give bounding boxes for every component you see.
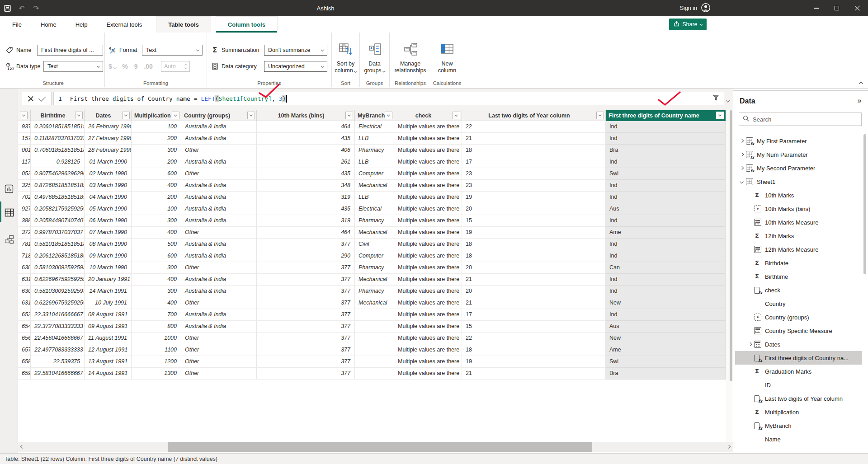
table-cell[interactable]: 12 August 1991 — [85, 344, 132, 356]
table-cell[interactable]: 21 — [462, 274, 606, 286]
table-cell[interactable]: 718 — [18, 250, 31, 262]
field-item-sheet1[interactable]: Sheet1 — [735, 175, 862, 188]
column-header-mybranch[interactable]: MyBranch — [355, 110, 394, 121]
table-cell[interactable] — [355, 344, 394, 356]
table-cell[interactable]: Australia & India — [181, 121, 257, 133]
field-item-my-first-parameter[interactable]: My First Parameter — [735, 134, 862, 148]
column-name-input[interactable]: First three digits of ... — [37, 45, 103, 56]
column-header-row-id[interactable] — [18, 110, 31, 121]
table-cell[interactable]: Australia & India — [181, 309, 257, 321]
table-cell[interactable]: Pharmacy — [355, 262, 394, 274]
field-item-birthtime[interactable]: Birthtime — [735, 270, 862, 283]
sort-by-column-button[interactable]: Sort by column — [332, 42, 359, 74]
data-view-button[interactable] — [0, 202, 18, 222]
table-cell[interactable]: Ind — [606, 215, 726, 227]
table-cell[interactable]: 653 — [18, 309, 31, 321]
table-cell[interactable]: 0.872685185185185 — [31, 180, 85, 192]
field-item-country-specific-measure[interactable]: Country Specific Measure — [735, 324, 862, 337]
table-cell[interactable]: Other — [181, 262, 257, 274]
decimal-auto-spinner[interactable]: Auto — [161, 61, 190, 72]
table-cell[interactable]: 18 — [462, 145, 606, 156]
table-cell[interactable]: 04 March 1990 — [85, 192, 132, 203]
table-cell[interactable]: 09 March 1990 — [85, 250, 132, 262]
table-cell[interactable] — [355, 368, 394, 380]
table-cell[interactable]: 01 March 1990 — [85, 156, 132, 168]
table-cell[interactable]: Multiple values are there — [394, 145, 462, 156]
table-cell[interactable]: 15 — [462, 321, 606, 333]
table-cell[interactable]: 0.99787037037037 — [31, 227, 85, 239]
table-cell[interactable]: Australia & India — [181, 321, 257, 333]
table-cell[interactable]: 09 August 1991 — [85, 321, 132, 333]
expand-formula-bar-icon[interactable] — [726, 96, 729, 104]
table-cell[interactable]: Multiple values are there — [394, 239, 462, 250]
field-item-mybranch[interactable]: MyBranch — [735, 419, 862, 432]
table-cell[interactable]: 001 — [18, 145, 31, 156]
close-button[interactable] — [847, 0, 868, 16]
tab-home[interactable]: Home — [31, 16, 66, 33]
field-item-name[interactable]: Name — [735, 432, 862, 446]
table-cell[interactable]: 300 — [132, 215, 181, 227]
column-filter-dropdown-icon[interactable] — [247, 112, 255, 119]
field-item-my-second-parameter[interactable]: My Second Parameter — [735, 161, 862, 175]
redo-icon[interactable] — [29, 0, 43, 16]
table-cell[interactable]: Multiple values are there — [394, 156, 462, 168]
table-cell[interactable]: Multiple values are there — [394, 168, 462, 180]
table-cell[interactable]: 300 — [132, 262, 181, 274]
table-cell[interactable]: 1300 — [132, 368, 181, 380]
maximize-button[interactable] — [826, 0, 847, 16]
decimal-places-icon[interactable]: .00 — [144, 63, 152, 70]
tree-chevron-icon[interactable] — [746, 340, 754, 348]
table-cell[interactable]: 464 — [257, 227, 355, 239]
table-cell[interactable]: 659 — [18, 368, 31, 380]
column-filter-dropdown-icon[interactable] — [345, 112, 353, 119]
manage-relationships-button[interactable]: Manage relationships — [390, 42, 431, 74]
new-column-button[interactable]: New column — [431, 42, 463, 74]
table-cell[interactable]: Other — [181, 145, 257, 156]
table-cell[interactable]: 290 — [257, 250, 355, 262]
table-cell[interactable]: Ind — [606, 309, 726, 321]
table-cell[interactable]: Computer — [355, 250, 394, 262]
table-horizontal-scrollbar[interactable] — [18, 442, 733, 452]
table-cell[interactable]: 600 — [132, 250, 181, 262]
table-cell[interactable]: 11 August 1991 — [85, 333, 132, 344]
table-cell[interactable]: 631 — [18, 297, 31, 309]
table-cell[interactable]: 0.581030092592593 — [31, 286, 85, 297]
field-item-10th-marks[interactable]: 10th Marks — [735, 188, 862, 202]
save-icon[interactable] — [0, 0, 14, 16]
column-header-dates[interactable]: Dates — [85, 110, 132, 121]
table-cell[interactable]: Multiple values are there — [394, 356, 462, 368]
account-avatar-icon[interactable] — [701, 3, 711, 14]
table-cell[interactable]: 20 January 1991 — [85, 274, 132, 286]
column-filter-dropdown-icon[interactable] — [122, 112, 130, 119]
scroll-left-arrow[interactable] — [18, 442, 26, 452]
table-cell[interactable]: 388 — [18, 215, 31, 227]
column-filter-dropdown-icon[interactable] — [716, 112, 724, 119]
column-filter-dropdown-icon[interactable] — [385, 112, 392, 119]
table-cell[interactable]: 927 — [18, 203, 31, 215]
table-cell[interactable]: 325 — [18, 180, 31, 192]
table-cell[interactable]: 17 — [462, 309, 606, 321]
table-cell[interactable]: Other — [181, 297, 257, 309]
table-cell[interactable]: Aus — [606, 203, 726, 215]
table-cell[interactable]: 630 — [18, 286, 31, 297]
table-cell[interactable]: 21 — [462, 368, 606, 380]
field-item-multiplication[interactable]: Multiplication — [735, 405, 862, 419]
table-cell[interactable]: 22.5810416666667 — [31, 368, 85, 380]
filter-icon[interactable] — [712, 94, 719, 103]
table-cell[interactable]: 27 February 1990 — [85, 133, 132, 145]
data-category-dropdown[interactable]: Uncategorized — [264, 61, 327, 72]
table-cell[interactable]: 0.205844907407407 — [31, 215, 85, 227]
table-cell[interactable]: Can — [606, 262, 726, 274]
collapse-ribbon-icon[interactable] — [857, 81, 864, 87]
table-cell[interactable]: 630 — [18, 262, 31, 274]
table-cell[interactable]: 20 — [462, 262, 606, 274]
table-cell[interactable]: 20 — [462, 286, 606, 297]
table-cell[interactable]: 702 — [18, 192, 31, 203]
table-cell[interactable]: 0.581030092592593 — [31, 262, 85, 274]
table-cell[interactable]: 21 — [462, 133, 606, 145]
table-cell[interactable]: Multiple values are there — [394, 203, 462, 215]
undo-icon[interactable] — [14, 0, 29, 16]
table-cell[interactable]: New — [606, 333, 726, 344]
field-item-last-two-digits-of-year-column[interactable]: Last two digits of Year column — [735, 392, 862, 405]
field-item-dates[interactable]: Dates — [735, 337, 862, 351]
